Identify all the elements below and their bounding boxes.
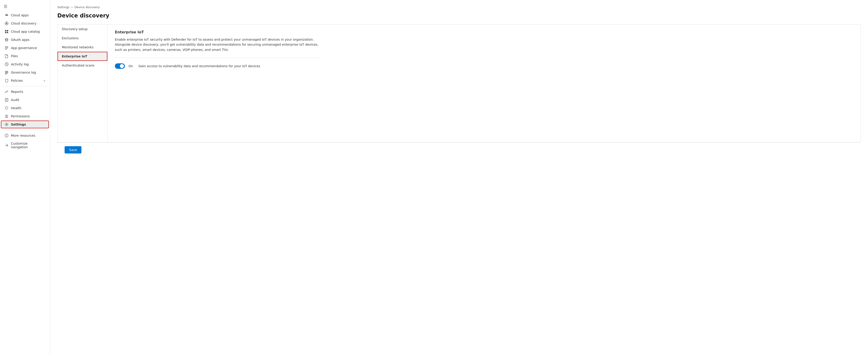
svg-point-22 (6, 136, 7, 137)
sidebar-item-files[interactable]: Files (1, 52, 49, 60)
sidebar-item-label: Permissions (11, 114, 30, 118)
more-resources-icon (5, 134, 9, 138)
sidebar-item-app-governance[interactable]: App governance (1, 44, 49, 52)
tab-content-enterprise-iot: Enterprise IoT Enable enterprise IoT sec… (107, 25, 861, 142)
tab-discovery-setup[interactable]: Discovery setup (58, 25, 107, 34)
sidebar-item-label: Cloud apps (11, 13, 29, 17)
sidebar-item-reports[interactable]: Reports (1, 88, 49, 96)
toggle-description: Gain access to vulnerability data and re… (138, 64, 260, 68)
chevron-down-icon: ∨ (43, 79, 45, 82)
sidebar-item-label: Cloud discovery (11, 22, 36, 25)
content-area: Settings > Device discovery Device disco… (50, 0, 868, 356)
cloud-discovery-icon (5, 21, 9, 26)
sidebar-item-cloud-discovery[interactable]: Cloud discovery (1, 20, 49, 27)
sidebar-item-label: OAuth apps (11, 38, 30, 41)
svg-rect-6 (5, 46, 8, 47)
sidebar-item-cloud-app-catalog[interactable]: Cloud app catalog (1, 28, 49, 35)
permissions-icon (5, 114, 9, 118)
sidebar-item-label: Cloud app catalog (11, 30, 40, 33)
toggle-track (115, 63, 125, 69)
enterprise-iot-description: Enable enterprise IoT security with Defe… (115, 37, 319, 58)
tab-monitored-networks[interactable]: Monitored networks (58, 43, 107, 52)
svg-rect-3 (7, 30, 8, 31)
sidebar-item-label: Files (11, 54, 18, 58)
cloud-apps-icon (5, 13, 9, 17)
cloud-app-catalog-icon (5, 30, 9, 34)
audit-icon (5, 98, 9, 102)
sidebar-item-label: Policies (11, 79, 23, 82)
tab-navigation: Discovery setup Exclusions Monitored net… (58, 25, 107, 142)
health-icon (5, 106, 9, 110)
app-governance-icon (5, 46, 9, 50)
activity-log-icon (5, 62, 9, 66)
oauth-apps-icon (5, 38, 9, 42)
page-title: Device discovery (57, 12, 861, 19)
breadcrumb-settings[interactable]: Settings (57, 5, 69, 9)
tab-enterprise-iot[interactable]: Enterprise IoT (58, 52, 107, 61)
svg-rect-7 (5, 48, 8, 48)
save-bar: Save (57, 142, 861, 157)
sidebar-divider-2 (2, 130, 48, 130)
policies-icon (5, 78, 9, 83)
sidebar: ☰ Cloud apps Cloud discovery Cloud app c… (0, 0, 50, 356)
breadcrumb: Settings > Device discovery (57, 5, 861, 9)
reports-icon (5, 90, 9, 94)
sidebar-item-label: Settings (11, 122, 26, 126)
svg-rect-10 (5, 72, 8, 72)
sidebar-item-audit[interactable]: Audit (1, 96, 49, 104)
sidebar-item-label: Health (11, 106, 21, 110)
svg-rect-2 (5, 30, 6, 31)
hamburger-icon: ☰ (4, 4, 7, 9)
svg-point-18 (6, 117, 7, 117)
svg-rect-12 (5, 74, 7, 74)
panel-container: Discovery setup Exclusions Monitored net… (57, 24, 861, 142)
sidebar-item-label: Reports (11, 90, 23, 94)
svg-rect-5 (7, 32, 8, 33)
enterprise-iot-toggle[interactable] (115, 63, 125, 69)
sidebar-item-policies[interactable]: Policies ∨ (1, 77, 49, 84)
sidebar-item-governance-log[interactable]: Governance log (1, 69, 49, 76)
hamburger-menu[interactable]: ☰ (0, 2, 50, 11)
sidebar-item-more-resources[interactable]: More resources (1, 132, 49, 139)
sidebar-item-label: App governance (11, 46, 37, 50)
breadcrumb-current: Device discovery (74, 5, 100, 9)
svg-point-19 (6, 124, 7, 125)
svg-rect-4 (5, 32, 6, 33)
breadcrumb-separator: > (71, 6, 73, 9)
sidebar-item-settings[interactable]: Settings (1, 120, 49, 128)
governance-log-icon (5, 70, 9, 74)
svg-rect-8 (5, 49, 7, 49)
customize-nav-icon (5, 143, 9, 147)
svg-rect-9 (5, 71, 8, 72)
enterprise-iot-title: Enterprise IoT (115, 30, 853, 34)
sidebar-item-activity-log[interactable]: Activity log (1, 60, 49, 68)
sidebar-item-permissions[interactable]: Permissions (1, 112, 49, 120)
sidebar-item-label: More resources (11, 134, 35, 137)
sidebar-item-cloud-apps[interactable]: Cloud apps (1, 11, 49, 19)
sidebar-item-label: Activity log (11, 63, 29, 66)
sidebar-item-customize-navigation[interactable]: Customize navigation (1, 140, 49, 151)
settings-icon (5, 122, 9, 127)
save-button[interactable]: Save (65, 146, 82, 153)
toggle-row: On Gain access to vulnerability data and… (115, 63, 853, 69)
tab-exclusions[interactable]: Exclusions (58, 34, 107, 43)
toggle-on-label: On (128, 64, 133, 68)
sidebar-item-health[interactable]: Health (1, 104, 49, 112)
sidebar-item-oauth-apps[interactable]: OAuth apps (1, 36, 49, 44)
sidebar-item-label: Audit (11, 98, 19, 102)
svg-point-1 (6, 23, 7, 24)
svg-rect-11 (5, 73, 8, 73)
toggle-thumb (120, 64, 124, 68)
sidebar-item-label: Governance log (11, 71, 36, 74)
files-icon (5, 54, 9, 58)
main-content: Settings > Device discovery Device disco… (50, 0, 868, 356)
sidebar-item-label: Customize navigation (11, 142, 45, 149)
tab-authenticated-scans[interactable]: Authenticated scans (58, 61, 107, 70)
